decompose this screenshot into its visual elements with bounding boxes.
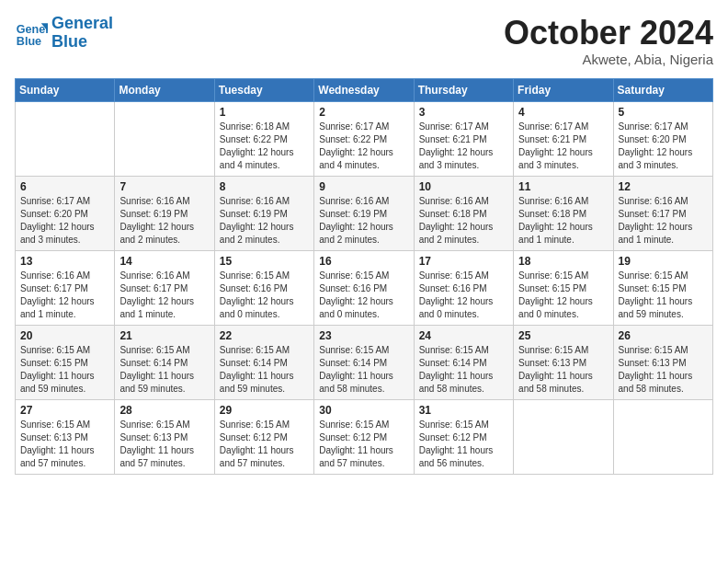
calendar-cell: 30Sunrise: 6:15 AM Sunset: 6:12 PM Dayli…	[314, 399, 414, 474]
day-number: 4	[518, 106, 608, 119]
day-number: 15	[220, 255, 309, 268]
calendar-week-row: 6Sunrise: 6:17 AM Sunset: 6:20 PM Daylig…	[16, 176, 713, 250]
calendar-cell: 5Sunrise: 6:17 AM Sunset: 6:20 PM Daylig…	[613, 101, 712, 176]
day-number: 26	[619, 329, 708, 342]
logo-icon: General Blue	[15, 17, 48, 50]
day-detail: Sunrise: 6:15 AM Sunset: 6:15 PM Dayligh…	[20, 344, 109, 396]
calendar-cell: 14Sunrise: 6:16 AM Sunset: 6:17 PM Dayli…	[115, 250, 214, 325]
day-number: 17	[419, 255, 508, 268]
day-number: 19	[619, 255, 708, 268]
day-detail: Sunrise: 6:16 AM Sunset: 6:19 PM Dayligh…	[119, 195, 209, 247]
day-detail: Sunrise: 6:15 AM Sunset: 6:12 PM Dayligh…	[419, 419, 508, 470]
calendar-cell: 11Sunrise: 6:16 AM Sunset: 6:18 PM Dayli…	[514, 176, 613, 250]
weekday-header: Friday	[514, 78, 613, 101]
calendar-cell: 15Sunrise: 6:15 AM Sunset: 6:16 PM Dayli…	[214, 250, 313, 325]
day-number: 10	[419, 180, 508, 193]
day-number: 28	[119, 404, 209, 417]
day-number: 13	[20, 255, 109, 268]
page-header: General Blue General Blue October 2024 A…	[15, 15, 713, 67]
location: Akwete, Abia, Nigeria	[504, 52, 713, 67]
day-number: 6	[20, 180, 109, 193]
calendar-cell: 25Sunrise: 6:15 AM Sunset: 6:13 PM Dayli…	[514, 325, 613, 399]
calendar-cell: 12Sunrise: 6:16 AM Sunset: 6:17 PM Dayli…	[613, 176, 712, 250]
day-number: 3	[419, 106, 508, 119]
day-number: 18	[518, 255, 608, 268]
day-detail: Sunrise: 6:15 AM Sunset: 6:14 PM Dayligh…	[319, 344, 408, 396]
day-detail: Sunrise: 6:16 AM Sunset: 6:19 PM Dayligh…	[220, 195, 309, 247]
day-detail: Sunrise: 6:17 AM Sunset: 6:20 PM Dayligh…	[619, 121, 708, 172]
calendar-cell: 4Sunrise: 6:17 AM Sunset: 6:21 PM Daylig…	[514, 101, 613, 176]
calendar-week-row: 1Sunrise: 6:18 AM Sunset: 6:22 PM Daylig…	[16, 101, 713, 176]
day-number: 20	[20, 329, 109, 342]
day-number: 25	[518, 329, 608, 342]
day-number: 12	[619, 180, 708, 193]
day-detail: Sunrise: 6:15 AM Sunset: 6:14 PM Dayligh…	[419, 344, 508, 396]
calendar-cell	[16, 101, 115, 176]
calendar-cell: 10Sunrise: 6:16 AM Sunset: 6:18 PM Dayli…	[414, 176, 513, 250]
day-detail: Sunrise: 6:17 AM Sunset: 6:21 PM Dayligh…	[419, 121, 508, 172]
day-detail: Sunrise: 6:15 AM Sunset: 6:14 PM Dayligh…	[220, 344, 309, 396]
title-block: October 2024 Akwete, Abia, Nigeria	[504, 15, 713, 67]
svg-text:Blue: Blue	[17, 34, 41, 47]
day-detail: Sunrise: 6:15 AM Sunset: 6:16 PM Dayligh…	[319, 270, 408, 321]
day-number: 23	[319, 329, 408, 342]
calendar-cell: 28Sunrise: 6:15 AM Sunset: 6:13 PM Dayli…	[115, 399, 214, 474]
month-title: October 2024	[504, 15, 713, 52]
calendar-cell: 27Sunrise: 6:15 AM Sunset: 6:13 PM Dayli…	[16, 399, 115, 474]
calendar-cell: 2Sunrise: 6:17 AM Sunset: 6:22 PM Daylig…	[314, 101, 414, 176]
day-number: 31	[419, 404, 508, 417]
calendar-cell: 24Sunrise: 6:15 AM Sunset: 6:14 PM Dayli…	[414, 325, 513, 399]
day-detail: Sunrise: 6:17 AM Sunset: 6:21 PM Dayligh…	[518, 121, 608, 172]
day-detail: Sunrise: 6:15 AM Sunset: 6:16 PM Dayligh…	[220, 270, 309, 321]
day-detail: Sunrise: 6:16 AM Sunset: 6:17 PM Dayligh…	[119, 270, 209, 321]
calendar-cell: 16Sunrise: 6:15 AM Sunset: 6:16 PM Dayli…	[314, 250, 414, 325]
day-number: 7	[119, 180, 209, 193]
calendar-header-row: SundayMondayTuesdayWednesdayThursdayFrid…	[16, 78, 713, 101]
calendar-cell	[514, 399, 613, 474]
calendar-cell	[613, 399, 712, 474]
day-number: 9	[319, 180, 408, 193]
day-number: 1	[220, 106, 309, 119]
weekday-header: Tuesday	[214, 78, 313, 101]
day-detail: Sunrise: 6:16 AM Sunset: 6:19 PM Dayligh…	[319, 195, 408, 247]
day-number: 11	[518, 180, 608, 193]
calendar-cell: 19Sunrise: 6:15 AM Sunset: 6:15 PM Dayli…	[613, 250, 712, 325]
day-number: 8	[220, 180, 309, 193]
day-detail: Sunrise: 6:15 AM Sunset: 6:13 PM Dayligh…	[518, 344, 608, 396]
day-detail: Sunrise: 6:16 AM Sunset: 6:18 PM Dayligh…	[419, 195, 508, 247]
calendar-cell: 6Sunrise: 6:17 AM Sunset: 6:20 PM Daylig…	[16, 176, 115, 250]
day-detail: Sunrise: 6:16 AM Sunset: 6:18 PM Dayligh…	[518, 195, 608, 247]
calendar-week-row: 13Sunrise: 6:16 AM Sunset: 6:17 PM Dayli…	[16, 250, 713, 325]
calendar-cell: 7Sunrise: 6:16 AM Sunset: 6:19 PM Daylig…	[115, 176, 214, 250]
weekday-header: Monday	[115, 78, 214, 101]
day-detail: Sunrise: 6:16 AM Sunset: 6:17 PM Dayligh…	[20, 270, 109, 321]
calendar: SundayMondayTuesdayWednesdayThursdayFrid…	[15, 78, 713, 475]
calendar-week-row: 20Sunrise: 6:15 AM Sunset: 6:15 PM Dayli…	[16, 325, 713, 399]
calendar-cell: 1Sunrise: 6:18 AM Sunset: 6:22 PM Daylig…	[214, 101, 313, 176]
day-detail: Sunrise: 6:15 AM Sunset: 6:13 PM Dayligh…	[119, 419, 209, 470]
logo-text: General Blue	[51, 15, 113, 52]
calendar-week-row: 27Sunrise: 6:15 AM Sunset: 6:13 PM Dayli…	[16, 399, 713, 474]
day-detail: Sunrise: 6:15 AM Sunset: 6:15 PM Dayligh…	[619, 270, 708, 321]
day-number: 5	[619, 106, 708, 119]
calendar-cell: 31Sunrise: 6:15 AM Sunset: 6:12 PM Dayli…	[414, 399, 513, 474]
day-number: 29	[220, 404, 309, 417]
day-number: 14	[119, 255, 209, 268]
calendar-cell: 18Sunrise: 6:15 AM Sunset: 6:15 PM Dayli…	[514, 250, 613, 325]
calendar-cell: 26Sunrise: 6:15 AM Sunset: 6:13 PM Dayli…	[613, 325, 712, 399]
day-detail: Sunrise: 6:15 AM Sunset: 6:12 PM Dayligh…	[319, 419, 408, 470]
day-number: 16	[319, 255, 408, 268]
calendar-cell: 8Sunrise: 6:16 AM Sunset: 6:19 PM Daylig…	[214, 176, 313, 250]
day-number: 27	[20, 404, 109, 417]
weekday-header: Saturday	[613, 78, 712, 101]
day-number: 22	[220, 329, 309, 342]
day-detail: Sunrise: 6:17 AM Sunset: 6:20 PM Dayligh…	[20, 195, 109, 247]
calendar-cell	[115, 101, 214, 176]
day-number: 2	[319, 106, 408, 119]
logo: General Blue General Blue	[15, 15, 113, 52]
calendar-cell: 9Sunrise: 6:16 AM Sunset: 6:19 PM Daylig…	[314, 176, 414, 250]
day-detail: Sunrise: 6:15 AM Sunset: 6:12 PM Dayligh…	[220, 419, 309, 470]
day-number: 30	[319, 404, 408, 417]
day-detail: Sunrise: 6:15 AM Sunset: 6:13 PM Dayligh…	[619, 344, 708, 396]
calendar-cell: 3Sunrise: 6:17 AM Sunset: 6:21 PM Daylig…	[414, 101, 513, 176]
